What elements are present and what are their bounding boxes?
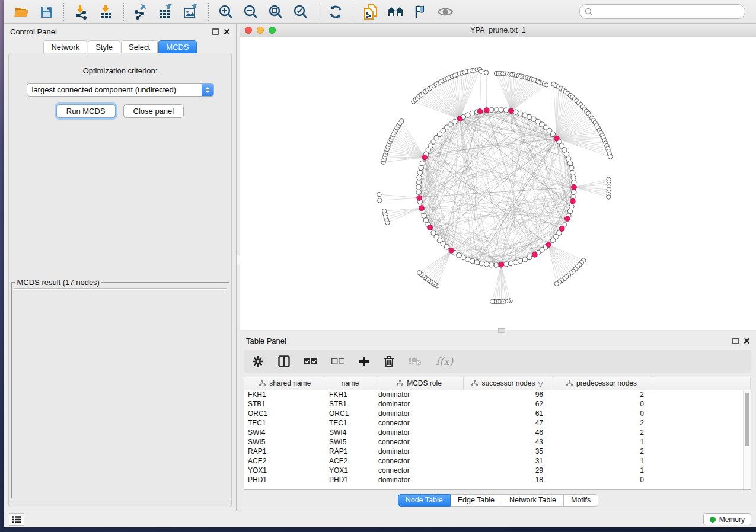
show-columns-button[interactable] [278, 352, 290, 370]
save-session-button[interactable] [35, 2, 58, 21]
table-row[interactable]: FKH1FKH1dominator962 [244, 390, 751, 399]
column-header-shared-name[interactable]: shared name [244, 377, 326, 390]
delete-table-button[interactable] [409, 352, 422, 370]
optimization-criterion-select[interactable]: largest connected component (undirected) [27, 83, 214, 97]
mcds-hub-node[interactable] [546, 242, 551, 248]
memory-button[interactable]: Memory [703, 513, 751, 525]
table-cell: connector [375, 437, 463, 447]
zoom-fit-button[interactable] [264, 2, 287, 21]
maximize-window-icon[interactable] [269, 27, 276, 34]
table-cell: ORC1 [244, 409, 326, 418]
mcds-hub-node[interactable] [570, 198, 575, 204]
deselect-all-button[interactable] [331, 352, 344, 370]
refresh-layout-icon [328, 4, 343, 20]
close-panel-icon[interactable] [224, 28, 230, 35]
mcds-hub-node[interactable] [477, 109, 483, 114]
mcds-result-list[interactable]: PHD1CAR1STP4TID3YOX1SWI4SRD1PMA2FKH1ACE2… [14, 288, 227, 290]
zoom-selected-button[interactable] [289, 2, 312, 21]
export-image-button[interactable] [180, 2, 202, 21]
mcds-hub-node[interactable] [532, 252, 538, 257]
delete-column-button[interactable] [384, 352, 394, 370]
network-graph[interactable] [240, 37, 751, 330]
mcds-hub-node[interactable] [559, 226, 564, 232]
mcds-node-item[interactable]: PHD1 [17, 290, 227, 290]
network-canvas[interactable] [240, 37, 756, 330]
table-row[interactable]: SWI5SWI5connector431 [244, 437, 751, 447]
network-titlebar: YPA_prune.txt_1 [240, 24, 756, 37]
tab-style[interactable]: Style [88, 40, 120, 53]
function-builder-button[interactable]: f(x) [436, 352, 453, 370]
tab-edge-table[interactable]: Edge Table [451, 494, 502, 507]
column-header-successor-nodes[interactable]: successor nodes⋁ [463, 377, 551, 390]
table-delete-icon [409, 357, 422, 366]
table-cell: YOX1 [326, 466, 375, 475]
tab-select[interactable]: Select [121, 40, 158, 53]
mcds-hub-node[interactable] [484, 108, 489, 113]
tab-mcds[interactable]: MCDS [158, 40, 196, 53]
import-table-button[interactable] [95, 2, 117, 21]
import-network-button[interactable] [70, 2, 92, 21]
table-row[interactable]: RAP1RAP1dominator352 [244, 447, 751, 456]
column-header-name[interactable]: name [326, 377, 375, 390]
tab-motifs[interactable]: Motifs [564, 494, 598, 507]
search-input[interactable] [596, 8, 740, 16]
mcds-hub-node[interactable] [428, 225, 433, 230]
splitter-handle[interactable] [498, 328, 505, 333]
table-row[interactable]: TEC1TEC1connector472 [244, 418, 751, 428]
apply-layout-button[interactable] [324, 2, 347, 21]
network-from-selection-button[interactable] [359, 2, 382, 21]
close-panel-icon[interactable] [744, 338, 750, 344]
horizontal-splitter[interactable] [240, 330, 756, 333]
table-cell: dominator [375, 409, 463, 418]
graphics-details-button[interactable] [409, 2, 432, 21]
table-scrollbar[interactable] [743, 390, 751, 489]
show-hide-button[interactable] [434, 2, 457, 21]
mcds-hub-node[interactable] [419, 206, 424, 211]
open-file-button[interactable] [10, 2, 33, 21]
table-cell: dominator [375, 399, 463, 409]
minimize-window-icon[interactable] [257, 27, 264, 34]
mcds-hub-node[interactable] [449, 248, 454, 254]
float-panel-icon[interactable] [732, 338, 739, 344]
mcds-hub-node[interactable] [422, 155, 428, 160]
task-history-button[interactable] [9, 513, 24, 526]
mcds-hub-node[interactable] [572, 185, 577, 190]
export-network-button[interactable] [130, 2, 152, 21]
mcds-hub-node[interactable] [457, 116, 462, 121]
column-header-predecessor-nodes[interactable]: predecessor nodes [551, 377, 652, 390]
close-window-icon[interactable] [245, 27, 252, 34]
close-panel-button[interactable]: Close panel [123, 104, 184, 118]
table-row[interactable]: YOX1YOX1connector291 [244, 466, 751, 475]
select-all-button[interactable] [304, 352, 317, 370]
table-row[interactable]: SWI4SWI4dominator462 [244, 428, 751, 437]
export-image-icon [183, 4, 199, 20]
mcds-hub-node[interactable] [564, 216, 570, 222]
tab-network[interactable]: Network [43, 40, 87, 53]
zoom-in-button[interactable] [215, 2, 237, 21]
mcds-hub-node[interactable] [417, 196, 422, 201]
table-row[interactable]: STB1STB1dominator620 [244, 399, 751, 409]
export-table-button[interactable] [155, 2, 177, 21]
zoom-selected-icon [293, 4, 308, 20]
table-cell: YOX1 [244, 466, 326, 475]
tab-node-table[interactable]: Node Table [398, 494, 451, 507]
mcds-hub-node[interactable] [554, 136, 559, 141]
float-panel-icon[interactable] [212, 28, 219, 35]
import-table-icon [99, 4, 113, 20]
table-options-button[interactable] [252, 352, 264, 370]
tab-network-table[interactable]: Network Table [502, 494, 564, 507]
table-row[interactable]: PHD1PHD1dominator180 [244, 475, 751, 485]
mcds-hub-node[interactable] [499, 262, 504, 267]
table-row[interactable]: ACE2ACE2connector311 [244, 456, 751, 466]
cytoscape-window: Control Panel NetworkStyleSelectMCDS Opt… [4, 0, 756, 527]
mcds-hub-node[interactable] [509, 108, 514, 114]
column-header-MCDS-role[interactable]: MCDS role [375, 377, 463, 390]
table-scrollbar-thumb[interactable] [745, 393, 749, 446]
table-row[interactable]: ORC1ORC1dominator610 [244, 409, 751, 418]
show-networks-button[interactable] [384, 2, 407, 21]
run-mcds-button[interactable]: Run MCDS [56, 104, 116, 118]
add-column-button[interactable] [359, 352, 369, 370]
vertical-splitter[interactable] [236, 24, 240, 511]
zoom-out-button[interactable] [240, 2, 262, 21]
houses-icon [387, 5, 404, 18]
